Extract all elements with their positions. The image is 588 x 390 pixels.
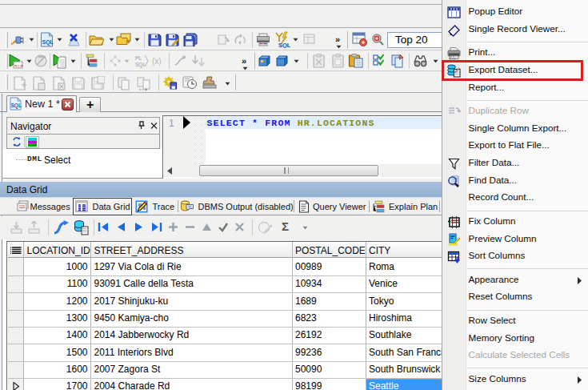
svg-text:SQL: SQL — [278, 42, 290, 48]
svg-text:SQL: SQL — [11, 103, 22, 109]
svg-text:SQL: SQL — [42, 39, 54, 46]
svg-text:<:>: <:> — [14, 63, 23, 69]
svg-text:(x): (x) — [152, 57, 162, 66]
svg-text:PL: PL — [135, 55, 142, 61]
svg-text:SQL: SQL — [135, 62, 146, 68]
